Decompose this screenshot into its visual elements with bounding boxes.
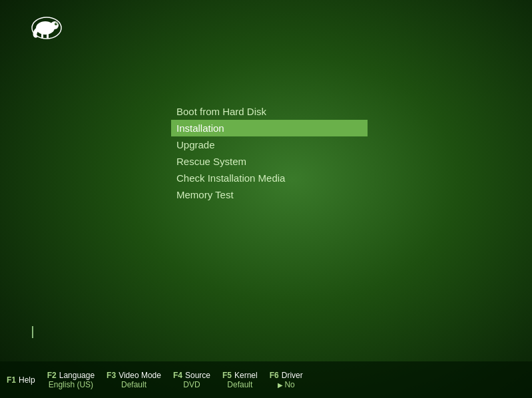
menu-item-check-installation-media[interactable]: Check Installation Media xyxy=(171,170,368,186)
fkey-group-f2[interactable]: F2LanguageEnglish (US) xyxy=(47,371,95,389)
fkey-group-f3[interactable]: F3Video ModeDefault xyxy=(107,371,161,389)
fkey-group-f1[interactable]: F1Help xyxy=(7,375,35,385)
fkey-value-f6: ▶ No xyxy=(278,380,295,389)
fkey-name-f6: Driver xyxy=(282,371,303,380)
fkey-group-f4[interactable]: F4SourceDVD xyxy=(173,371,210,389)
opensuse-logo xyxy=(27,13,67,43)
boot-options-area xyxy=(27,326,505,338)
boot-menu: Boot from Hard DiskInstallationUpgradeRe… xyxy=(171,103,368,203)
function-keys-bar: F1HelpF2LanguageEnglish (US)F3Video Mode… xyxy=(0,361,532,398)
fkey-name-f1: Help xyxy=(19,375,35,385)
cursor-icon: ▶ xyxy=(278,381,285,389)
fkey-f4: F4 xyxy=(173,371,182,380)
fkey-f2: F2 xyxy=(47,371,57,380)
fkey-value-f2: English (US) xyxy=(49,380,93,389)
menu-item-installation[interactable]: Installation xyxy=(171,120,368,136)
fkey-value-f3: Default xyxy=(121,380,146,389)
fkey-f3: F3 xyxy=(107,371,116,380)
boot-options-input[interactable] xyxy=(39,327,505,337)
svg-point-4 xyxy=(56,23,57,25)
fkey-name-f5: Kernel xyxy=(234,371,258,380)
fkey-f6: F6 xyxy=(270,371,279,380)
fkey-name-f3: Video Mode xyxy=(119,371,161,380)
svg-rect-6 xyxy=(47,33,49,39)
menu-item-upgrade[interactable]: Upgrade xyxy=(171,136,368,153)
svg-point-2 xyxy=(51,21,59,29)
menu-item-memory-test[interactable]: Memory Test xyxy=(171,186,368,203)
fkey-value-f5: Default xyxy=(227,380,252,389)
fkey-f1: F1 xyxy=(7,375,16,385)
fkey-group-f5[interactable]: F5KernelDefault xyxy=(222,371,258,389)
svg-rect-5 xyxy=(41,33,43,39)
svg-rect-8 xyxy=(45,23,47,27)
svg-rect-7 xyxy=(40,23,42,27)
logo-area xyxy=(27,13,67,45)
fkey-group-f6[interactable]: F6Driver▶ No xyxy=(270,371,303,389)
fkey-value-f4: DVD xyxy=(183,380,200,389)
menu-item-rescue-system[interactable]: Rescue System xyxy=(171,153,368,170)
boot-options-separator xyxy=(32,326,33,338)
menu-item-boot-hard-disk[interactable]: Boot from Hard Disk xyxy=(171,103,368,120)
fkey-f5: F5 xyxy=(222,371,232,380)
fkey-name-f4: Source xyxy=(185,371,210,380)
fkey-name-f2: Language xyxy=(59,371,95,380)
